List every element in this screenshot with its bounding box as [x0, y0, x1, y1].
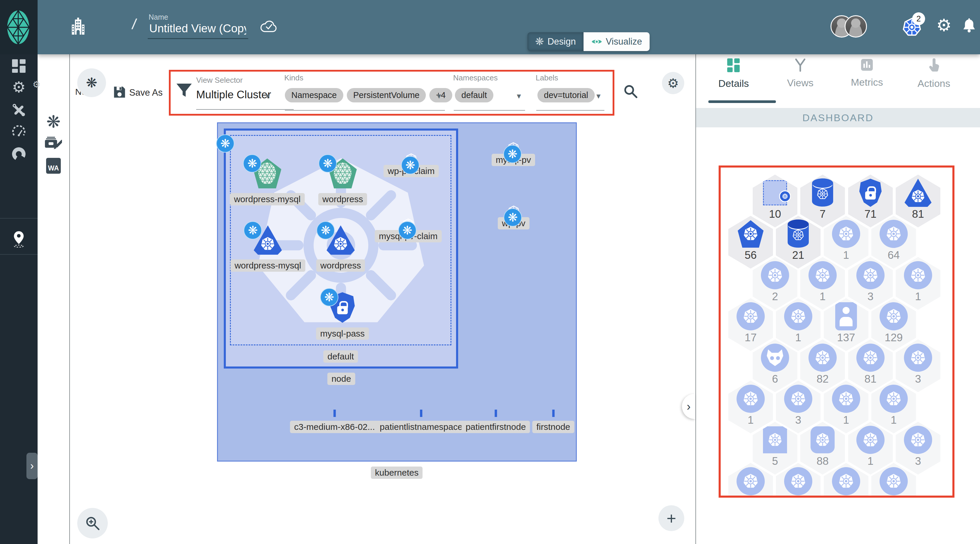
sidebar-expand-tab[interactable]: ›	[26, 453, 38, 479]
hex-cell-k8s[interactable]: 1	[871, 381, 916, 433]
kubernetes-wheel-icon	[838, 390, 854, 407]
search-icon[interactable]	[623, 84, 638, 98]
canvas-node-dep-wordpress-mysql[interactable]: ❋ wordpress-mysql	[231, 225, 305, 272]
hex-cell-namespace[interactable]: 10	[753, 174, 797, 227]
kind-chip[interactable]: PersistentVolume	[347, 88, 426, 102]
tab-details[interactable]: Details	[704, 59, 763, 89]
design-label: Design	[547, 36, 576, 47]
hex-cell-k8s[interactable]: 81	[848, 339, 893, 392]
canvas-node-svc-wordpress-mysql[interactable]: ❋wordpress-mysql	[230, 159, 305, 205]
canvas-node-square-patientlistnamespace[interactable]: patientlistnamespace	[375, 411, 467, 433]
sidebar-item-configuration[interactable]	[0, 98, 38, 122]
hex-cell-roundsquare[interactable]: 88	[800, 422, 845, 474]
hex-cell-k8s[interactable]: 3	[896, 339, 940, 392]
visualize-eye-icon	[591, 38, 602, 46]
dashboard-grid-icon	[12, 59, 25, 73]
kind-chip[interactable]: Namespace	[285, 88, 343, 102]
tab-visualize[interactable]: Visualize	[584, 32, 650, 51]
sidebar-item-performance[interactable]	[0, 119, 38, 143]
notifications-bell-icon[interactable]	[961, 17, 977, 34]
canvas-node-claim-wp-pv-claim[interactable]: ❋ wp-pv-claim	[383, 160, 439, 177]
lifecycle-gears-icon: ⚙⚙	[12, 79, 26, 95]
hex-cell-k8s[interactable]: 1	[824, 381, 869, 433]
hex-cell-pvc[interactable]: 21	[776, 216, 821, 268]
collaborator-avatar[interactable]	[845, 15, 867, 38]
hex-cell-secret[interactable]: 71	[848, 174, 893, 227]
tab-details-label: Details	[718, 78, 749, 89]
zoom-in-button[interactable]	[77, 508, 108, 538]
canvas-node-claim-mysql-pv-claim[interactable]: ❋ mysql-pv-claim	[375, 225, 442, 243]
rail-item-meshery[interactable]: ❋	[38, 111, 69, 133]
meshery-logo[interactable]	[6, 9, 30, 46]
hex-cell-pv[interactable]: 7	[800, 174, 845, 227]
kubernetes-wheel-icon	[910, 189, 926, 204]
kubernetes-context-icon[interactable]: 2	[902, 17, 922, 38]
new-view-button[interactable]: ❋	[77, 68, 106, 97]
canvas-node-svc-wordpress[interactable]: ❋wordpress	[318, 159, 367, 205]
label-chip[interactable]: dev=tutorial	[538, 88, 595, 102]
hex-cell-k8s[interactable]: 17	[728, 298, 773, 351]
kinds-caret-icon[interactable]: ▼	[436, 92, 442, 100]
namespaces-caret-icon[interactable]: ▼	[515, 92, 522, 100]
tab-design[interactable]: ❋ Design	[527, 32, 584, 51]
view-name-input[interactable]	[149, 22, 247, 35]
kubernetes-resource-icon	[904, 344, 932, 372]
tab-metrics[interactable]: Metrics	[838, 59, 896, 88]
hex-cell-node[interactable]: 56	[728, 216, 773, 268]
hex-cell-k8s[interactable]: 82	[800, 339, 845, 392]
settings-gear-icon[interactable]: ⚙	[936, 15, 951, 35]
organization-icon[interactable]	[70, 17, 86, 35]
hex-cell-deployment[interactable]: 81	[896, 174, 940, 227]
add-node-button[interactable]: +	[659, 505, 684, 531]
sidebar-item-lifecycle[interactable]: ⚙⚙	[0, 75, 38, 99]
hex-cell-k8s[interactable]: 3	[776, 381, 821, 433]
save-as-icon[interactable]	[113, 86, 126, 98]
save-as-label[interactable]: Save As	[129, 87, 163, 98]
sidebar-item-dashboard[interactable]	[0, 54, 38, 78]
sidebar-item-extensions[interactable]	[0, 142, 38, 166]
kubernetes-resource-icon	[856, 426, 885, 454]
rail-item-wasm-filters[interactable]: WA	[38, 155, 69, 177]
hex-cell-k8s[interactable]: 3	[848, 257, 893, 310]
canvas-node-pv-mysql-pv[interactable]: ❋ mysql-pv	[492, 149, 535, 166]
canvas-node-secret-mysql-pass[interactable]: ❋mysql-pass	[316, 292, 369, 340]
hex-cell-k8s[interactable]: 1	[800, 257, 845, 310]
panel-collapse-tab[interactable]: ›	[682, 394, 695, 419]
resource-count: 7	[820, 208, 826, 220]
hex-cell-k8s[interactable]: 1	[896, 257, 940, 310]
tab-actions-label: Actions	[918, 78, 950, 89]
canvas-node-dep-wordpress[interactable]: ❋ wordpress	[316, 225, 365, 272]
hex-cell-k8s[interactable]: 3	[896, 422, 940, 474]
hex-cell-k8s[interactable]: 1	[848, 422, 893, 474]
canvas-node-square-firstnode[interactable]: firstnode	[532, 411, 574, 433]
kubernetes-resource-icon	[880, 385, 908, 413]
canvas-node-square-c3[interactable]: c3-medium-x86-02...	[290, 411, 379, 433]
view-selector-caret-icon[interactable]: ▼	[264, 92, 271, 100]
canvas-node-pv-wp-pv[interactable]: ❋ wp-pv	[498, 213, 530, 230]
resource-count: 1	[915, 290, 921, 303]
hex-cell-k8s[interactable]: 1	[776, 298, 821, 351]
hex-cell-k8s[interactable]: 2	[753, 257, 797, 310]
tab-actions[interactable]: Actions	[905, 59, 963, 89]
kubernetes-wheel-icon	[885, 225, 902, 243]
namespaces-chips: default	[455, 88, 497, 102]
view-selector-value[interactable]: Multiple Cluster	[196, 89, 271, 101]
cloud-saved-icon[interactable]	[260, 19, 277, 33]
sidebar-item-mesh-map[interactable]	[0, 227, 38, 251]
tab-views[interactable]: Views	[771, 59, 830, 89]
canvas-node-square-patientfirstnode[interactable]: patientfirstnode	[461, 411, 530, 433]
hex-cell-account[interactable]: 137	[824, 298, 869, 351]
namespace-chip[interactable]: default	[455, 88, 493, 102]
connection-badge-icon: ❋	[503, 145, 522, 163]
rail-item-designs-drawer[interactable]	[38, 132, 69, 155]
canvas-settings-button[interactable]: ⚙	[662, 72, 684, 94]
hex-cell-k8s[interactable]: 64	[871, 216, 916, 268]
hex-cell-k8s[interactable]: 1	[824, 216, 869, 268]
resource-count: 3	[867, 290, 874, 303]
hex-cell-k8s[interactable]: 129	[871, 298, 916, 351]
namespace-mini-k8s-icon	[779, 190, 791, 202]
labels-caret-icon[interactable]: ▼	[595, 92, 602, 100]
hex-cell-mask[interactable]: 6	[753, 339, 797, 392]
hex-cell-k8s[interactable]: 1	[728, 381, 773, 433]
hex-cell-square[interactable]: 5	[753, 422, 797, 474]
